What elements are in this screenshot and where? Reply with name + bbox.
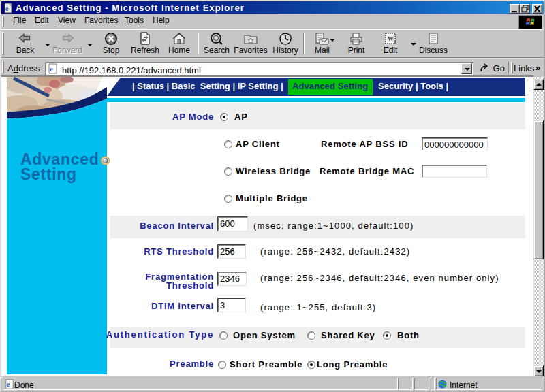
svg-text:e: e [50,65,53,73]
svg-text:e: e [5,5,9,12]
svg-text:e: e [7,380,10,388]
svg-text:W: W [388,35,394,42]
